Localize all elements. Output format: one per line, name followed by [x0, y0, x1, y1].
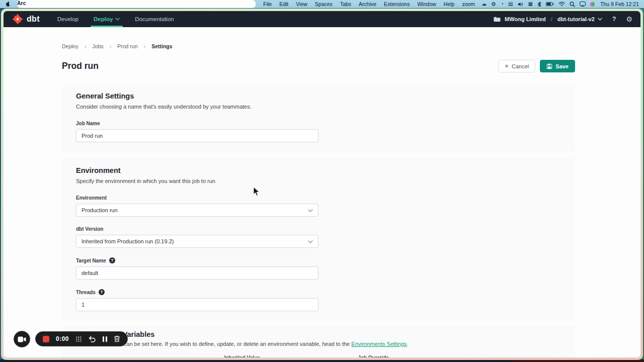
recording-status-dot-icon[interactable]	[590, 2, 595, 7]
stop-recording-button[interactable]	[43, 336, 49, 342]
page-body: Deploy › Jobs › Prod run › Settings Prod…	[4, 27, 640, 357]
breadcrumb-settings[interactable]: Settings	[151, 43, 172, 49]
threads-label: Threads ?	[76, 289, 561, 295]
breadcrumb-prod-run[interactable]: Prod run	[117, 43, 137, 49]
menubar-item-extensions[interactable]: Extensions	[384, 1, 410, 7]
chevron-down-icon	[308, 209, 313, 212]
help-icon[interactable]: ?	[612, 16, 616, 23]
volume-icon[interactable]	[517, 2, 523, 7]
breadcrumb-deploy[interactable]: Deploy	[62, 43, 78, 49]
env-vars-table-header: Inherited Value Job Override	[76, 355, 561, 357]
chevron-down-icon	[115, 18, 120, 21]
bluetooth-icon[interactable]	[537, 2, 541, 7]
menubar-item-file[interactable]: File	[263, 1, 272, 7]
gear-icon[interactable]: ⚙	[626, 16, 632, 23]
discard-trash-button[interactable]	[114, 335, 120, 342]
environment-variables-title: Environment Variables	[76, 330, 561, 338]
nav-item-documentation[interactable]: Documentation	[134, 11, 175, 27]
breadcrumb-separator: ›	[85, 43, 87, 49]
dbt-cloud-app: dbt Develop Deploy Documentation MWong L…	[4, 11, 640, 357]
menubar-item-tabs[interactable]: Tabs	[340, 1, 351, 7]
menubar-item-spaces[interactable]: Spaces	[315, 1, 333, 7]
menubar-item-help[interactable]: Help	[444, 1, 455, 7]
environment-variables-card: Environment Variables Job level override…	[62, 326, 575, 357]
spotlight-search-icon[interactable]	[570, 2, 575, 7]
browser-window: dbt Develop Deploy Documentation MWong L…	[1, 9, 643, 360]
menubar-item-view[interactable]: View	[296, 1, 307, 7]
environments-settings-link[interactable]: Environments Settings	[351, 341, 407, 347]
job-name-input[interactable]	[76, 129, 318, 142]
screen-mirroring-icon[interactable]	[580, 2, 586, 7]
menubar-item-edit[interactable]: Edit	[279, 1, 288, 7]
apple-menu-icon[interactable]	[5, 1, 11, 7]
target-name-help-icon[interactable]: ?	[109, 257, 115, 263]
breadcrumb-separator: ›	[144, 43, 146, 49]
job-name-label: Job Name	[76, 121, 561, 126]
macos-menubar: Arc File Edit View Spaces Tabs Archive E…	[0, 0, 644, 8]
column-inherited-value: Inherited Value	[174, 355, 310, 357]
recorder-camera-button[interactable]	[14, 331, 30, 347]
general-settings-card: General Settings Consider choosing a nam…	[62, 84, 575, 151]
wifi-icon[interactable]	[558, 2, 565, 7]
environment-select[interactable]: Production run	[76, 204, 318, 217]
save-floppy-icon	[546, 63, 552, 69]
cancel-button[interactable]: ✕ Cancel	[498, 60, 536, 72]
project-selector[interactable]: dbt-tutorial-v2	[557, 16, 602, 22]
cloud-icon[interactable]: ☁	[481, 2, 487, 7]
environment-title: Environment	[76, 166, 561, 174]
restart-undo-button[interactable]	[89, 336, 96, 342]
account-project-separator: /	[551, 16, 552, 22]
recorder-toolbar: 0:00	[35, 331, 128, 346]
general-settings-title: General Settings	[76, 92, 561, 100]
folder-icon	[494, 17, 501, 22]
chevron-down-icon	[598, 18, 602, 21]
settings-gear-icon[interactable]: ⚙	[491, 2, 496, 7]
dbt-brand-text: dbt	[27, 15, 40, 24]
chevron-down-icon	[308, 240, 313, 243]
nav-item-develop[interactable]: Develop	[56, 11, 79, 27]
dbt-version-label: dbt Version	[76, 226, 561, 232]
menubar-clock[interactable]: Thu 9 Feb 12:21	[600, 1, 639, 7]
column-job-override: Job Override	[310, 355, 437, 357]
account-name[interactable]: MWong Limited	[505, 16, 546, 22]
environment-variables-description: Job level overrides can be set here. If …	[76, 341, 561, 347]
menubar-item-window[interactable]: Window	[417, 1, 436, 7]
threads-help-icon[interactable]: ?	[99, 289, 105, 295]
menubar-item-arc[interactable]: Arc	[17, 0, 256, 8]
environment-select-label: Environment	[76, 195, 561, 201]
target-name-label: Target Name ?	[76, 257, 561, 263]
clock-app-icon[interactable]: ◔	[501, 2, 504, 7]
dbt-version-select[interactable]: Inherited from Production run (0.19.2)	[76, 235, 318, 248]
save-button[interactable]: Save	[540, 60, 575, 72]
dbt-logo[interactable]: dbt	[12, 11, 40, 27]
dbt-logo-icon	[12, 13, 24, 25]
menubar-app-zoom[interactable]: zoom	[462, 1, 475, 7]
threads-input[interactable]	[76, 298, 318, 311]
pause-recording-button[interactable]	[103, 336, 107, 342]
environment-card: Environment Specify the environment in w…	[62, 158, 575, 320]
target-name-input[interactable]	[76, 266, 318, 280]
recording-timer: 0:00	[56, 335, 69, 342]
drag-grid-icon[interactable]	[75, 336, 82, 342]
keyboard-icon[interactable]: ▤	[508, 2, 513, 7]
breadcrumb-separator: ›	[110, 43, 112, 49]
battery-icon[interactable]	[546, 2, 554, 7]
general-settings-subtitle: Consider choosing a name that's easily u…	[76, 104, 561, 110]
dbt-navbar: dbt Develop Deploy Documentation MWong L…	[4, 11, 640, 27]
breadcrumb-jobs[interactable]: Jobs	[92, 43, 103, 49]
environment-subtitle: Specify the environment in which you wan…	[76, 178, 561, 184]
nav-item-deploy[interactable]: Deploy	[93, 11, 121, 27]
menubar-item-archive[interactable]: Archive	[359, 1, 376, 7]
video-camera-icon	[18, 336, 26, 342]
calendar-icon[interactable]: ▦	[528, 2, 532, 7]
close-icon: ✕	[505, 63, 509, 69]
page-title: Prod run	[62, 61, 99, 71]
breadcrumb: Deploy › Jobs › Prod run › Settings	[62, 43, 575, 49]
